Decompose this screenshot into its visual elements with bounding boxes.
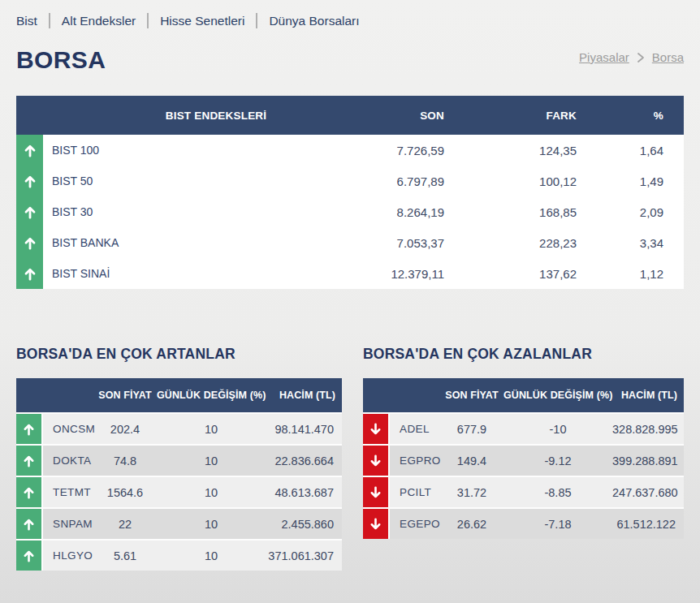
losers-table-header: SON FİYAT GÜNLÜK DEĞİŞİM (%) HACİM (TL): [363, 378, 684, 412]
volume-value: 61.512.122: [612, 518, 684, 531]
table-row: PCILT 31.72 -8.85 247.637.680: [363, 477, 684, 507]
change-value: 10: [157, 454, 266, 467]
volume-value: 328.828.995: [612, 423, 686, 436]
index-link[interactable]: BIST 30: [43, 205, 331, 218]
stock-link[interactable]: HLGYO: [43, 549, 93, 562]
stock-link[interactable]: SNPAM: [43, 518, 93, 530]
up-arrow-icon: [16, 196, 43, 227]
down-arrow-icon: [363, 414, 390, 444]
stock-link[interactable]: ONCSM: [43, 423, 93, 435]
table-row: BIST 30 8.264,19 168,85 2,09: [16, 196, 684, 227]
column-header-pct: %: [603, 110, 684, 122]
up-arrow-icon: [16, 258, 43, 289]
price-value: 26.62: [440, 518, 503, 531]
table-row: BIST SINAİ 12.379,11 137,62 1,12: [16, 258, 684, 289]
fark-value: 137,62: [469, 267, 603, 281]
table-row: TETMT 1564.6 10 48.613.687: [16, 477, 342, 507]
price-value: 149.4: [440, 454, 503, 467]
up-arrow-icon: [16, 414, 43, 444]
volume-value: 247.637.680: [612, 486, 686, 499]
column-header-son-fiyat: SON FİYAT: [440, 390, 503, 401]
losers-table: SON FİYAT GÜNLÜK DEĞİŞİM (%) HACİM (TL) …: [363, 378, 684, 539]
up-arrow-icon: [16, 166, 43, 196]
son-value: 6.797,89: [331, 174, 469, 188]
down-arrow-icon: [363, 477, 390, 507]
column-header-son-fiyat: SON FİYAT: [93, 390, 157, 401]
nav-item-alt-endeksler[interactable]: Alt Endeksler: [62, 14, 136, 28]
nav-item-hisse-senetleri[interactable]: Hisse Senetleri: [160, 14, 244, 28]
nav-item-bist[interactable]: Bist: [16, 14, 37, 28]
stock-link[interactable]: DOKTA: [43, 454, 93, 467]
breadcrumb-link-piyasalar[interactable]: Piyasalar: [579, 50, 629, 64]
table-row: ONCSM 202.4 10 98.141.470: [16, 414, 342, 444]
column-header-gunluk-degisim: GÜNLÜK DEĞİŞİM (%): [503, 390, 612, 401]
gainers-title: BORSA'DA EN ÇOK ARTANLAR: [16, 346, 342, 363]
top-nav: Bist Alt Endeksler Hisse Senetleri Dünya…: [16, 0, 684, 29]
price-value: 5.61: [93, 549, 157, 562]
volume-value: 2.455.860: [266, 518, 342, 531]
up-arrow-icon: [16, 477, 43, 507]
breadcrumb-link-borsa[interactable]: Borsa: [652, 50, 684, 64]
column-header-hacim: HACİM (TL): [612, 390, 684, 401]
table-row: EGPRO 149.4 -9.12 399.288.891: [363, 446, 684, 476]
stock-link[interactable]: PCILT: [390, 486, 440, 498]
pct-value: 2,09: [603, 205, 684, 219]
losers-title: BORSA'DA EN ÇOK AZALANLAR: [363, 346, 684, 363]
change-value: 10: [157, 486, 266, 499]
index-link[interactable]: BIST 100: [43, 144, 331, 157]
nav-item-dunya-borsalari[interactable]: Dünya Borsaları: [269, 14, 359, 28]
losers-panel: BORSA'DA EN ÇOK AZALANLAR SON FİYAT GÜNL…: [363, 346, 684, 571]
fark-value: 100,12: [469, 174, 603, 188]
up-arrow-icon: [16, 135, 43, 166]
borsa-page: Bist Alt Endeksler Hisse Senetleri Dünya…: [0, 0, 700, 571]
stock-link[interactable]: EGEPO: [390, 518, 440, 530]
nav-separator: [49, 13, 50, 28]
fark-value: 228,23: [469, 236, 603, 250]
bist-table-header: BIST ENDEKSLERİ SON FARK %: [16, 96, 684, 135]
change-value: -9.12: [503, 454, 612, 467]
price-value: 31.72: [440, 486, 503, 499]
gainers-table: SON FİYAT GÜNLÜK DEĞİŞİM (%) HACİM (TL) …: [16, 378, 342, 571]
price-value: 22: [93, 518, 157, 531]
pct-value: 1,49: [603, 174, 684, 188]
table-row: SNPAM 22 10 2.455.860: [16, 509, 342, 539]
breadcrumb: Piyasalar Borsa: [579, 45, 684, 64]
change-value: 10: [157, 423, 266, 436]
nav-separator: [147, 13, 149, 28]
change-value: -8.85: [503, 486, 612, 499]
table-row: BIST 100 7.726,59 124,35 1,64: [16, 135, 684, 166]
price-value: 677.9: [440, 423, 503, 436]
table-row: EGEPO 26.62 -7.18 61.512.122: [363, 509, 684, 539]
stock-link[interactable]: TETMT: [43, 486, 93, 498]
column-header-son: SON: [331, 110, 469, 122]
fark-value: 168,85: [469, 205, 603, 219]
index-link[interactable]: BIST SINAİ: [43, 267, 331, 280]
stock-link[interactable]: EGPRO: [390, 454, 440, 467]
gainers-table-header: SON FİYAT GÜNLÜK DEĞİŞİM (%) HACİM (TL): [16, 378, 342, 412]
column-header-fark: FARK: [469, 110, 603, 122]
change-value: 10: [157, 518, 266, 531]
breadcrumb-chevron-icon: [637, 52, 645, 63]
volume-value: 98.141.470: [266, 423, 342, 436]
pct-value: 3,34: [603, 236, 684, 250]
son-value: 7.726,59: [331, 144, 469, 157]
table-row: BIST 50 6.797,89 100,12 1,49: [16, 166, 684, 196]
table-row: DOKTA 74.8 10 22.836.664: [16, 446, 342, 476]
up-arrow-icon: [16, 509, 43, 539]
bist-endeksleri-table: BIST ENDEKSLERİ SON FARK % BIST 100 7.72…: [16, 96, 684, 289]
volume-value: 22.836.664: [266, 454, 342, 467]
stock-link[interactable]: ADEL: [390, 423, 440, 435]
index-link[interactable]: BIST 50: [43, 174, 331, 187]
index-link[interactable]: BIST BANKA: [43, 236, 331, 249]
down-arrow-icon: [363, 446, 390, 476]
table-row: ADEL 677.9 -10 328.828.995: [363, 414, 684, 444]
change-value: -7.18: [503, 518, 612, 531]
price-value: 1564.6: [93, 486, 157, 499]
price-value: 74.8: [93, 454, 157, 467]
page-header: BORSA Piyasalar Borsa: [16, 45, 684, 75]
pct-value: 1,12: [603, 267, 684, 281]
bist-table-title: BIST ENDEKSLERİ: [16, 110, 331, 122]
price-value: 202.4: [93, 423, 157, 436]
change-value: 10: [157, 549, 266, 562]
movers-section: BORSA'DA EN ÇOK ARTANLAR SON FİYAT GÜNLÜ…: [16, 346, 684, 571]
